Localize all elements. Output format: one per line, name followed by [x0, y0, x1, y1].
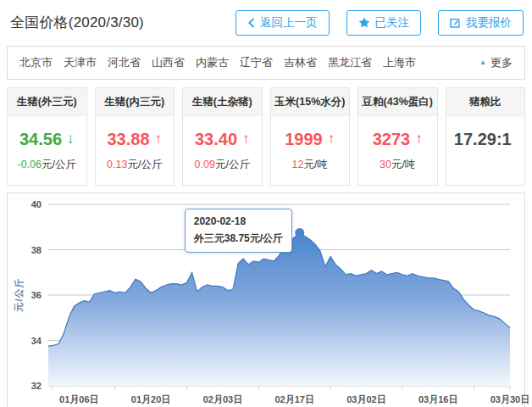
price-change: -0.06 [18, 159, 42, 170]
quote-button[interactable]: 我要报价 [438, 10, 524, 36]
price-value: 17.29:1 [454, 130, 512, 149]
svg-text:32: 32 [31, 381, 42, 391]
svg-text:03月30日: 03月30日 [490, 394, 529, 404]
price-trend-panel: 元/公斤 403836343201月06日01月20日02月03日02月17日0… [7, 192, 525, 407]
price-card-title: 玉米(15%水分) [271, 88, 350, 116]
price-card-title: 生猪(土杂猪) [183, 88, 262, 116]
chart-marker-dot[interactable] [295, 227, 304, 237]
price-card-soybean-meal[interactable]: 豆粕(43%蛋白) 3273↑ 30元/吨 [357, 87, 438, 186]
tab-liaoning[interactable]: 辽宁省 [240, 55, 273, 70]
svg-text:36: 36 [31, 290, 42, 300]
price-unit: 元/公斤 [42, 159, 76, 170]
tab-heilongjiang[interactable]: 黑龙江省 [328, 55, 372, 70]
triangle-up-icon: ▲ [479, 59, 486, 66]
svg-text:03月02日: 03月02日 [346, 394, 385, 404]
trend-arrow-icon: ↓ [67, 131, 75, 148]
header-buttons: 返回上一页 已关注 我要报价 [236, 10, 524, 36]
price-change: 0.13 [107, 159, 127, 170]
tab-neimenggu[interactable]: 内蒙古 [196, 55, 229, 70]
trend-arrow-icon: ↑ [242, 131, 250, 148]
chevron-left-icon [247, 18, 255, 28]
price-card-title: 生猪(内三元) [96, 88, 175, 116]
back-button[interactable]: 返回上一页 [236, 10, 330, 36]
trend-arrow-icon: ↑ [328, 131, 335, 148]
tab-shanghai[interactable]: 上海市 [383, 55, 416, 70]
price-value: 33.40 [195, 130, 237, 149]
page-header: 全国价格(2020/3/30) 返回上一页 已关注 我要报价 [0, 0, 532, 46]
trend-arrow-icon: ↑ [155, 131, 163, 148]
svg-text:40: 40 [31, 199, 42, 209]
svg-text:38: 38 [31, 244, 42, 254]
svg-text:02月17日: 02月17日 [274, 394, 313, 404]
more-label: 更多 [490, 55, 513, 70]
price-value: 34.56 [19, 130, 62, 149]
more-toggle[interactable]: ▲ 更多 [479, 55, 513, 70]
trend-arrow-icon: ↑ [415, 131, 423, 148]
svg-text:02月03日: 02月03日 [203, 394, 242, 404]
price-card-row: 生猪(外三元) 34.56↓ -0.06元/公斤 生猪(内三元) 33.88↑ … [7, 87, 525, 186]
price-unit: 元/吨 [391, 159, 415, 170]
price-card-waisanyuan[interactable]: 生猪(外三元) 34.56↓ -0.06元/公斤 [7, 87, 87, 186]
back-button-label: 返回上一页 [260, 17, 318, 29]
edit-icon [450, 17, 461, 28]
svg-text:03月16日: 03月16日 [418, 394, 457, 404]
price-card-title: 生猪(外三元) [8, 88, 86, 116]
price-value: 3273 [373, 130, 411, 149]
svg-text:34: 34 [31, 335, 42, 345]
star-icon [358, 17, 370, 28]
price-unit: 元/公斤 [215, 159, 250, 170]
followed-button[interactable]: 已关注 [346, 10, 422, 36]
followed-button-label: 已关注 [375, 17, 410, 29]
price-card-neisanyuan[interactable]: 生猪(内三元) 33.88↑ 0.13元/公斤 [95, 87, 175, 186]
page-title: 全国价格(2020/3/30) [10, 13, 144, 32]
price-change: 0.09 [195, 159, 215, 170]
price-unit: 元/公斤 [127, 159, 162, 170]
tooltip-date: 2020-02-18 [194, 214, 283, 231]
region-tab-bar: 北京市 天津市 河北省 山西省 内蒙古 辽宁省 吉林省 黑龙江省 上海市 ▲ 更… [7, 46, 525, 80]
price-change: 30 [380, 159, 391, 170]
quote-button-label: 我要报价 [466, 17, 512, 29]
svg-text:01月20日: 01月20日 [131, 394, 170, 404]
tab-shanxi[interactable]: 山西省 [152, 55, 185, 70]
price-card-corn[interactable]: 玉米(15%水分) 1999↑ 12元/吨 [270, 87, 351, 186]
chart-tooltip: 2020-02-18 外三元38.75元/公斤 [185, 209, 292, 253]
price-card-title: 猪粮比 [446, 88, 525, 116]
price-value: 33.88 [107, 130, 149, 149]
tab-tianjin[interactable]: 天津市 [64, 55, 97, 70]
price-unit: 元/吨 [303, 159, 327, 170]
price-change: 12 [292, 159, 304, 170]
price-card-tuzazhu[interactable]: 生猪(土杂猪) 33.40↑ 0.09元/公斤 [182, 87, 263, 186]
tab-jilin[interactable]: 吉林省 [284, 55, 317, 70]
price-card-hog-grain-ratio[interactable]: 猪粮比 17.29:1 [446, 87, 526, 186]
tab-hebei[interactable]: 河北省 [108, 55, 141, 70]
price-card-title: 豆粕(43%蛋白) [358, 88, 437, 116]
tooltip-value: 外三元38.75元/公斤 [194, 231, 283, 248]
price-value: 1999 [285, 130, 323, 149]
svg-text:01月06日: 01月06日 [59, 394, 98, 404]
tab-beijing[interactable]: 北京市 [19, 55, 53, 70]
